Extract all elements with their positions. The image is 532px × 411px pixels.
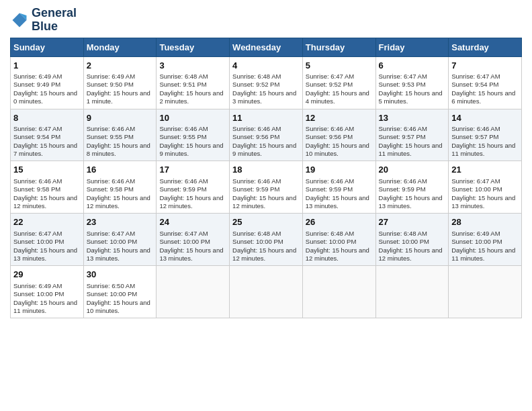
day-number: 25	[232, 216, 300, 228]
sunrise-line: Sunrise: 6:49 AM	[13, 282, 81, 290]
daylight-line: Daylight: 15 hours and 9 minutes.	[232, 142, 300, 158]
daylight-line: Daylight: 15 hours and 13 minutes.	[159, 246, 226, 263]
calendar-cell: 8 Sunrise: 6:47 AM Sunset: 9:54 PM Dayli…	[11, 109, 84, 161]
day-number: 4	[232, 60, 300, 72]
sunrise-line: Sunrise: 6:46 AM	[232, 125, 300, 133]
sunset-line: Sunset: 10:00 PM	[451, 238, 519, 246]
daylight-line: Daylight: 15 hours and 12 minutes.	[159, 194, 226, 211]
sunset-line: Sunset: 9:51 PM	[159, 81, 226, 89]
day-number: 23	[87, 216, 154, 228]
daylight-line: Daylight: 15 hours and 3 minutes.	[232, 89, 300, 106]
daylight-line: Daylight: 15 hours and 4 minutes.	[306, 89, 373, 106]
daylight-line: Daylight: 15 hours and 13 minutes.	[87, 246, 154, 263]
logo-icon	[10, 11, 29, 30]
day-number: 14	[451, 112, 519, 124]
sunset-line: Sunset: 9:59 PM	[232, 185, 300, 193]
calendar-header-row: SundayMondayTuesdayWednesdayThursdayFrid…	[11, 38, 522, 56]
logo-text: General Blue	[32, 7, 77, 34]
calendar-cell: 21 Sunrise: 6:47 AM Sunset: 10:00 PM Day…	[449, 161, 522, 214]
daylight-line: Daylight: 15 hours and 11 minutes.	[379, 142, 446, 158]
day-number: 21	[451, 164, 519, 176]
calendar-cell	[375, 266, 449, 318]
daylight-line: Daylight: 15 hours and 13 minutes.	[13, 246, 81, 263]
calendar-table: SundayMondayTuesdayWednesdayThursdayFrid…	[10, 38, 522, 319]
sunset-line: Sunset: 10:00 PM	[87, 290, 154, 298]
day-number: 18	[232, 164, 300, 176]
cell-content: Sunrise: 6:48 AM Sunset: 9:51 PM Dayligh…	[159, 73, 226, 105]
calendar-cell: 7 Sunrise: 6:47 AM Sunset: 9:54 PM Dayli…	[449, 56, 522, 109]
day-number: 22	[13, 216, 81, 228]
day-number: 1	[13, 60, 81, 72]
daylight-line: Daylight: 15 hours and 8 minutes.	[87, 142, 154, 158]
sunset-line: Sunset: 10:00 PM	[13, 290, 81, 298]
day-number: 28	[451, 216, 519, 228]
cell-content: Sunrise: 6:48 AM Sunset: 10:00 PM Daylig…	[232, 230, 300, 263]
calendar-cell: 19 Sunrise: 6:46 AM Sunset: 9:59 PM Dayl…	[302, 161, 375, 214]
logo: General Blue	[10, 7, 77, 34]
day-header-saturday: Saturday	[449, 38, 522, 56]
daylight-line: Daylight: 15 hours and 13 minutes.	[379, 194, 446, 211]
sunrise-line: Sunrise: 6:47 AM	[451, 177, 519, 185]
cell-content: Sunrise: 6:46 AM Sunset: 9:59 PM Dayligh…	[159, 177, 226, 210]
sunrise-line: Sunrise: 6:46 AM	[87, 125, 154, 133]
sunset-line: Sunset: 9:57 PM	[451, 133, 519, 141]
day-number: 11	[232, 112, 300, 124]
day-number: 10	[159, 112, 226, 124]
day-header-tuesday: Tuesday	[157, 38, 230, 56]
calendar-cell: 16 Sunrise: 6:46 AM Sunset: 9:58 PM Dayl…	[83, 161, 157, 214]
daylight-line: Daylight: 15 hours and 13 minutes.	[451, 194, 519, 211]
cell-content: Sunrise: 6:46 AM Sunset: 9:59 PM Dayligh…	[379, 177, 446, 210]
sunset-line: Sunset: 9:57 PM	[379, 133, 446, 141]
calendar-cell: 30 Sunrise: 6:50 AM Sunset: 10:00 PM Day…	[83, 266, 157, 318]
calendar-cell: 2 Sunrise: 6:49 AM Sunset: 9:50 PM Dayli…	[83, 56, 157, 109]
calendar-cell: 17 Sunrise: 6:46 AM Sunset: 9:59 PM Dayl…	[157, 161, 230, 214]
sunrise-line: Sunrise: 6:48 AM	[232, 230, 300, 238]
cell-content: Sunrise: 6:47 AM Sunset: 9:52 PM Dayligh…	[306, 73, 373, 105]
calendar-cell: 23 Sunrise: 6:47 AM Sunset: 10:00 PM Day…	[83, 214, 157, 266]
sunset-line: Sunset: 10:00 PM	[13, 238, 81, 246]
calendar-cell: 26 Sunrise: 6:48 AM Sunset: 10:00 PM Day…	[302, 214, 375, 266]
sunrise-line: Sunrise: 6:46 AM	[159, 177, 226, 185]
daylight-line: Daylight: 15 hours and 12 minutes.	[232, 246, 300, 263]
calendar-cell	[230, 266, 303, 318]
cell-content: Sunrise: 6:47 AM Sunset: 10:00 PM Daylig…	[451, 177, 519, 210]
calendar-cell: 20 Sunrise: 6:46 AM Sunset: 9:59 PM Dayl…	[375, 161, 449, 214]
sunrise-line: Sunrise: 6:47 AM	[159, 230, 226, 238]
cell-content: Sunrise: 6:46 AM Sunset: 9:55 PM Dayligh…	[87, 125, 154, 158]
cell-content: Sunrise: 6:46 AM Sunset: 9:57 PM Dayligh…	[379, 125, 446, 158]
sunrise-line: Sunrise: 6:47 AM	[379, 73, 446, 81]
sunset-line: Sunset: 9:52 PM	[232, 81, 300, 89]
cell-content: Sunrise: 6:47 AM Sunset: 10:00 PM Daylig…	[159, 230, 226, 263]
sunrise-line: Sunrise: 6:48 AM	[232, 73, 300, 81]
cell-content: Sunrise: 6:49 AM Sunset: 9:49 PM Dayligh…	[13, 73, 81, 105]
daylight-line: Daylight: 15 hours and 2 minutes.	[159, 89, 226, 106]
cell-content: Sunrise: 6:46 AM Sunset: 9:58 PM Dayligh…	[13, 177, 81, 210]
sunset-line: Sunset: 9:53 PM	[379, 81, 446, 89]
calendar-cell: 9 Sunrise: 6:46 AM Sunset: 9:55 PM Dayli…	[83, 109, 157, 161]
daylight-line: Daylight: 15 hours and 11 minutes.	[451, 142, 519, 158]
calendar-cell: 12 Sunrise: 6:46 AM Sunset: 9:56 PM Dayl…	[302, 109, 375, 161]
calendar-cell: 28 Sunrise: 6:49 AM Sunset: 10:00 PM Day…	[449, 214, 522, 266]
sunrise-line: Sunrise: 6:46 AM	[13, 177, 81, 185]
calendar-cell: 4 Sunrise: 6:48 AM Sunset: 9:52 PM Dayli…	[230, 56, 303, 109]
day-number: 13	[379, 112, 446, 124]
cell-content: Sunrise: 6:47 AM Sunset: 9:54 PM Dayligh…	[451, 73, 519, 105]
daylight-line: Daylight: 15 hours and 0 minutes.	[13, 89, 81, 106]
day-number: 19	[306, 164, 373, 176]
day-number: 20	[379, 164, 446, 176]
cell-content: Sunrise: 6:48 AM Sunset: 10:00 PM Daylig…	[379, 230, 446, 263]
day-number: 15	[13, 164, 81, 176]
day-number: 2	[87, 60, 154, 72]
sunset-line: Sunset: 9:54 PM	[451, 81, 519, 89]
calendar-week-row: 8 Sunrise: 6:47 AM Sunset: 9:54 PM Dayli…	[11, 109, 522, 161]
cell-content: Sunrise: 6:46 AM Sunset: 9:58 PM Dayligh…	[87, 177, 154, 210]
sunrise-line: Sunrise: 6:46 AM	[159, 125, 226, 133]
sunrise-line: Sunrise: 6:46 AM	[306, 177, 373, 185]
cell-content: Sunrise: 6:49 AM Sunset: 9:50 PM Dayligh…	[87, 73, 154, 105]
cell-content: Sunrise: 6:47 AM Sunset: 10:00 PM Daylig…	[13, 230, 81, 263]
day-number: 26	[306, 216, 373, 228]
calendar-cell: 14 Sunrise: 6:46 AM Sunset: 9:57 PM Dayl…	[449, 109, 522, 161]
calendar-cell	[449, 266, 522, 318]
daylight-line: Daylight: 15 hours and 10 minutes.	[306, 142, 373, 158]
calendar-cell: 24 Sunrise: 6:47 AM Sunset: 10:00 PM Day…	[157, 214, 230, 266]
